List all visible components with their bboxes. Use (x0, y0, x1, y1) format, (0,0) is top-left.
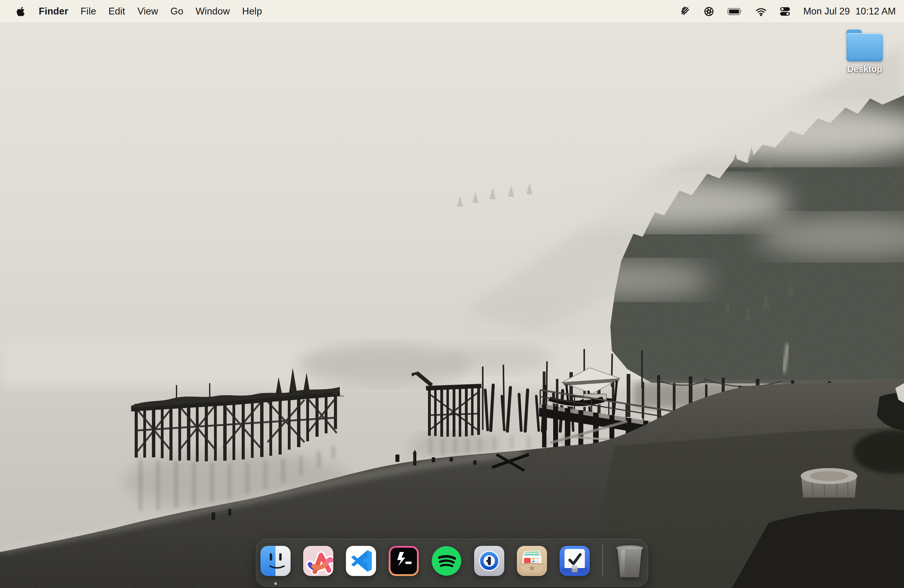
menu-bar-clock[interactable]: Mon Jul 29 10:12 AM (803, 6, 896, 17)
dock-item-trash[interactable] (616, 545, 644, 577)
finder-running-indicator (274, 582, 277, 585)
card-archive-icon (517, 546, 547, 576)
clock-time: 10:12 AM (855, 6, 896, 17)
wallpaper-image (0, 0, 904, 588)
dock-item-warp-terminal[interactable] (389, 546, 419, 576)
1password-keyhole-icon (474, 546, 504, 576)
aperture-icon[interactable] (703, 0, 714, 23)
apple-menu[interactable] (10, 0, 33, 23)
dock-item-1password[interactable] (474, 546, 504, 576)
vscode-logo-icon (346, 546, 376, 576)
menu-view[interactable]: View (131, 0, 164, 23)
warp-bolt-icon (389, 546, 419, 576)
control-center-icon[interactable] (779, 0, 790, 23)
finder-smile (267, 555, 288, 569)
battery-icon[interactable] (727, 0, 743, 23)
trash-rim (616, 545, 643, 551)
dock-item-finder[interactable] (261, 546, 291, 576)
desktop-folder[interactable]: Desktop (840, 30, 889, 74)
menu-go[interactable]: Go (164, 0, 190, 23)
wifi-icon[interactable] (755, 0, 767, 23)
folder-icon (846, 30, 883, 62)
desktop-folder-label: Desktop (847, 64, 882, 74)
clock-date: Mon Jul 29 (803, 6, 850, 17)
dock-item-card-archive-app[interactable] (517, 546, 547, 576)
menu-edit[interactable]: Edit (103, 0, 131, 23)
menu-window[interactable]: Window (190, 0, 236, 23)
spotify-waves-icon (431, 546, 461, 576)
menu-finder[interactable]: Finder (33, 0, 74, 23)
dock-separator (602, 545, 603, 577)
arc-logo-icon (303, 546, 333, 576)
dock-item-vscode[interactable] (346, 546, 376, 576)
dock-item-things-tasks[interactable] (559, 546, 590, 576)
things-check-icon (559, 546, 590, 576)
menu-file[interactable]: File (74, 0, 103, 23)
dock-item-arc-browser[interactable] (303, 546, 333, 576)
menu-bar: Finder File Edit View Go Window Help (0, 0, 904, 23)
menu-help[interactable]: Help (236, 0, 269, 23)
mute-striped-icon[interactable] (680, 0, 691, 23)
dock (256, 539, 648, 587)
dock-item-spotify[interactable] (431, 546, 461, 576)
apple-icon (17, 6, 26, 17)
